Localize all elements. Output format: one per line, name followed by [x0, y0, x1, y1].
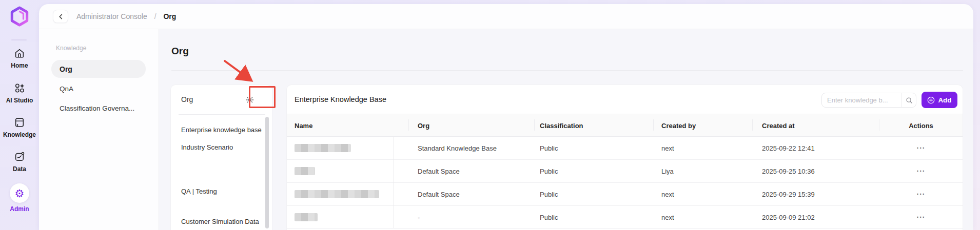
- sidebar-item-label: QnA: [60, 85, 73, 93]
- add-button-label: Add: [938, 96, 951, 104]
- column-separator: [879, 119, 879, 131]
- sidebar-item-label: AI Studio: [6, 97, 33, 104]
- redacted-name-cell: [295, 213, 318, 221]
- chevron-left-icon: [58, 14, 64, 19]
- table-header-row: Name Org Classification Created by Creat…: [287, 114, 963, 137]
- search-box: [821, 93, 916, 108]
- cell-created-by: next: [661, 144, 674, 152]
- cell-created-at: 2025-09-25 10:36: [762, 168, 815, 175]
- gear-icon: ⚙: [15, 188, 25, 199]
- cell-classification: Public: [540, 214, 558, 221]
- tree-item-qa-testing[interactable]: QA | Testing: [171, 182, 272, 200]
- sidebar-item-label: Org: [60, 65, 72, 73]
- sidebar-item-label: Data: [13, 165, 26, 173]
- add-button[interactable]: Add: [922, 92, 957, 108]
- tree-item-customer-simulation-data[interactable]: Customer Simulation Data: [171, 213, 272, 230]
- sidebar-item-qna[interactable]: QnA: [51, 80, 146, 98]
- shapes-sparkle-icon: [13, 82, 26, 94]
- sidebar-item-org[interactable]: Org: [51, 60, 146, 78]
- sidebar-item-label: Admin: [10, 205, 29, 213]
- redacted-name-cell: [295, 167, 315, 175]
- cell-created-by: next: [661, 191, 674, 198]
- column-header-name: Name: [295, 121, 312, 129]
- sidebar-item-home[interactable]: Home: [0, 47, 39, 69]
- sidebar-item-knowledge[interactable]: Knowledge: [0, 116, 39, 138]
- cell-created-by: next: [661, 214, 674, 221]
- table-body: Standard Knowledge Base Public next 2025…: [287, 137, 963, 229]
- cell-org: Standard Knowledge Base: [418, 144, 497, 152]
- column-header-classification: Classification: [540, 121, 583, 129]
- tree-item-industry-scenario[interactable]: Industry Scenario: [171, 138, 272, 156]
- row-actions-menu-button[interactable]: ···: [917, 213, 926, 221]
- tree-scrollbar-thumb[interactable]: [265, 117, 269, 228]
- org-tree-panel: Org Enterprise knowledge base Industry S…: [170, 85, 272, 230]
- table-row: Default Space Public next 2025-09-29 15:…: [287, 183, 963, 206]
- column-separator: [653, 119, 654, 131]
- cell-created-at: 2025-09-09 21:02: [762, 214, 815, 221]
- app-logo-icon[interactable]: [9, 6, 30, 27]
- table-row: Standard Knowledge Base Public next 2025…: [287, 137, 963, 160]
- house-icon: [13, 47, 26, 59]
- tree-item-label: QA | Testing: [181, 187, 217, 195]
- row-actions-menu-button[interactable]: ···: [917, 190, 926, 198]
- chart-box-icon: [13, 151, 26, 163]
- breadcrumb-separator: /: [154, 12, 156, 20]
- breadcrumb: Administrator Console / Org: [76, 12, 176, 20]
- table-row: Default Space Public Liya 2025-09-25 10:…: [287, 160, 963, 183]
- column-header-org: Org: [418, 121, 429, 129]
- tree-item-label: Enterprise knowledge base: [181, 126, 262, 134]
- app-root: Home AI Studio Knowledge: [0, 0, 980, 230]
- column-separator: [534, 119, 535, 131]
- sidebar-item-classification-governance[interactable]: Classification Governa...: [51, 99, 146, 117]
- cell-created-at: 2025-09-29 15:39: [762, 191, 815, 198]
- sidebar-item-label: Home: [11, 62, 28, 69]
- sidebar-item-ai-studio[interactable]: AI Studio: [0, 82, 39, 104]
- search-input[interactable]: [822, 93, 901, 107]
- cell-classification: Public: [540, 191, 558, 198]
- cell-created-at: 2025-09-22 12:41: [762, 144, 815, 152]
- cell-org: Default Space: [418, 168, 460, 175]
- sidebar-item-label: Knowledge: [3, 131, 36, 138]
- sidebar-item-admin[interactable]: ⚙ Admin: [0, 183, 39, 213]
- column-header-actions: Actions: [909, 121, 933, 129]
- book-icon: [13, 116, 26, 129]
- plus-circle-icon: [927, 96, 935, 104]
- redacted-name-cell: [295, 144, 351, 152]
- row-actions-menu-button[interactable]: ···: [917, 167, 926, 175]
- search-icon[interactable]: [901, 93, 916, 107]
- column-header-created-by: Created by: [661, 121, 696, 129]
- settings-gear-button[interactable]: [244, 94, 256, 106]
- cell-classification: Public: [540, 168, 558, 175]
- back-button[interactable]: [53, 10, 68, 23]
- sidebar-item-label: Classification Governa...: [60, 104, 134, 112]
- icon-sidebar: Home AI Studio Knowledge: [0, 0, 39, 230]
- cell-org: Default Space: [418, 191, 460, 198]
- breadcrumb-bar: Administrator Console / Org: [39, 4, 973, 29]
- knowledge-table-panel: Enterprise Knowledge Base Add Name Org C…: [286, 85, 963, 230]
- redacted-name-cell: [295, 190, 379, 198]
- tree-divider: [179, 114, 265, 115]
- row-actions-menu-button[interactable]: ···: [917, 144, 926, 152]
- table-title: Enterprise Knowledge Base: [295, 95, 386, 103]
- org-tree-title: Org: [181, 95, 193, 103]
- table-row: - Public next 2025-09-09 21:02 ···: [287, 206, 963, 229]
- section-label: Knowledge: [56, 45, 86, 52]
- tree-item-enterprise-knowledge-base[interactable]: Enterprise knowledge base: [171, 121, 272, 138]
- cell-created-by: Liya: [661, 168, 674, 175]
- gear-icon: [245, 95, 254, 104]
- column-separator: [752, 119, 753, 131]
- fixed-column-border: [394, 137, 394, 228]
- column-header-created-at: Created at: [762, 121, 795, 129]
- breadcrumb-current: Org: [163, 12, 176, 20]
- page-title: Org: [171, 46, 189, 57]
- title-divider: [171, 70, 963, 71]
- cell-org: -: [418, 214, 420, 221]
- sidebar-item-data[interactable]: Data: [0, 151, 39, 173]
- tree-item-label: Customer Simulation Data: [181, 218, 259, 225]
- sidebar-divider: [11, 39, 27, 40]
- breadcrumb-parent[interactable]: Administrator Console: [76, 12, 147, 20]
- org-tree-header: Org: [171, 85, 272, 114]
- admin-active-circle: ⚙: [10, 183, 29, 203]
- cell-classification: Public: [540, 144, 558, 152]
- secondary-sidebar: Knowledge Org QnA Classification Governa…: [39, 29, 159, 230]
